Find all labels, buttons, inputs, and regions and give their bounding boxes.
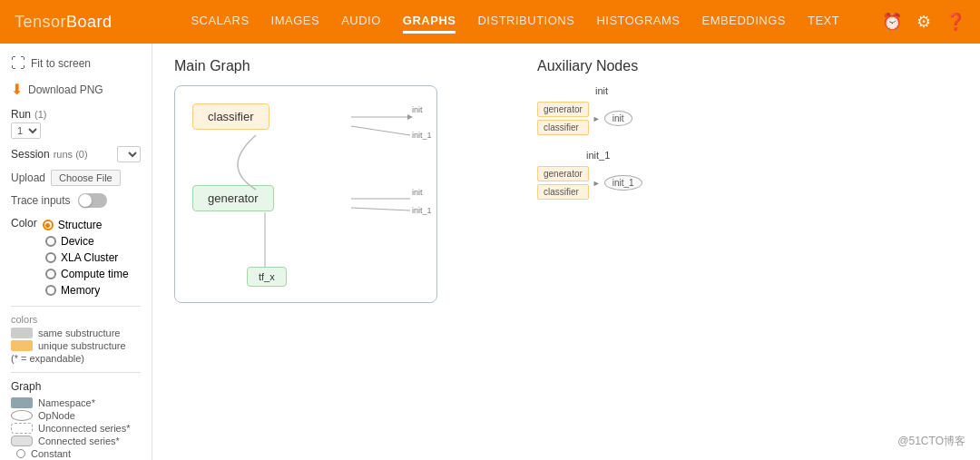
download-icon: ⬇ bbox=[11, 81, 23, 98]
trace-inputs-toggle[interactable] bbox=[78, 193, 107, 208]
nav-histograms[interactable]: HISTOGRAMS bbox=[596, 10, 680, 34]
tf-x-node[interactable]: tf_x bbox=[247, 267, 287, 287]
trace-inputs-label: Trace inputs bbox=[11, 194, 71, 207]
same-color-swatch bbox=[11, 328, 33, 338]
nav-graphs[interactable]: GRAPHS bbox=[403, 10, 456, 34]
session-select[interactable] bbox=[117, 146, 141, 162]
main-graph-container[interactable]: classifier generator tf_x init init_1 bbox=[174, 85, 465, 339]
constant-legend: Constant bbox=[11, 447, 141, 460]
nav-scalars[interactable]: SCALARS bbox=[191, 10, 249, 34]
color-xla-option[interactable]: XLA Cluster bbox=[45, 250, 141, 266]
structure-label: Structure bbox=[58, 219, 103, 231]
download-png-label: Download PNG bbox=[28, 83, 103, 96]
connected-text: Connected series* bbox=[38, 436, 120, 446]
expandable-text: (* = expandable) bbox=[11, 353, 84, 364]
session-row: Session runs (0) bbox=[11, 146, 141, 162]
aux-nodes-title: Auxiliary Nodes bbox=[537, 58, 642, 74]
main-graph-section: Main Graph classifier generator tf_x ini… bbox=[174, 58, 465, 339]
same-substructure-legend: same substructure bbox=[11, 327, 141, 339]
graph-sections: Main Graph classifier generator tf_x ini… bbox=[174, 58, 958, 339]
aux-init-group: init generator classifier ► init bbox=[537, 85, 642, 135]
graph-legend: Graph Namespace* OpNode Unconnected seri… bbox=[11, 380, 141, 460]
nav-embeddings[interactable]: EMBEDDINGS bbox=[702, 10, 786, 34]
xla-radio bbox=[45, 252, 56, 263]
unique-color-swatch bbox=[11, 340, 33, 351]
colors-legend: colors same substructure unique substruc… bbox=[11, 314, 141, 365]
aux-generator-rect-init[interactable]: generator bbox=[537, 102, 589, 117]
aux-init1-label: init_1 bbox=[586, 150, 610, 161]
aux-init-node-row: generator classifier ► init bbox=[537, 102, 642, 135]
color-memory-option[interactable]: Memory bbox=[45, 282, 141, 299]
opnode-text: OpNode bbox=[38, 410, 75, 421]
unconnected-swatch bbox=[11, 423, 33, 434]
sidebar: ⛶ Fit to screen ⬇ Download PNG Run (1) 1… bbox=[0, 44, 152, 460]
same-substructure-text: same substructure bbox=[38, 328, 120, 338]
classifier-node[interactable]: classifier bbox=[192, 103, 270, 130]
aux-left-nodes-init: generator classifier bbox=[537, 102, 589, 135]
color-label: Color bbox=[11, 217, 37, 230]
svg-line-2 bbox=[351, 126, 410, 135]
run-sub: (1) bbox=[34, 109, 46, 120]
color-structure-option[interactable]: Structure bbox=[43, 217, 103, 233]
aux-nodes-section: Auxiliary Nodes init generator classifie… bbox=[537, 58, 642, 339]
unique-substructure-text: unique substructure bbox=[38, 340, 126, 351]
choose-file-button[interactable]: Choose File bbox=[51, 170, 121, 186]
colors-legend-label: colors bbox=[11, 314, 141, 325]
aux-init-label: init bbox=[595, 85, 608, 96]
settings-icon[interactable]: ⚙ bbox=[916, 12, 931, 32]
aux-init-ellipse[interactable]: init bbox=[604, 111, 632, 126]
constant-text: Constant bbox=[31, 448, 71, 459]
color-compute-option[interactable]: Compute time bbox=[45, 266, 141, 282]
compute-radio bbox=[45, 269, 56, 279]
aux-arrow-init: ► bbox=[593, 114, 601, 123]
connected-series-legend: Connected series* bbox=[11, 435, 141, 447]
unconnected-text: Unconnected series* bbox=[38, 423, 131, 434]
run-section: Run (1) 1 bbox=[11, 108, 141, 139]
svg-line-6 bbox=[351, 208, 410, 210]
fit-to-screen-item[interactable]: ⛶ Fit to screen bbox=[11, 53, 141, 74]
topbar-icons: ⏰ ⚙ ❓ bbox=[882, 12, 965, 32]
unconnected-series-legend: Unconnected series* bbox=[11, 422, 141, 435]
fit-to-screen-label: Fit to screen bbox=[31, 57, 91, 70]
aux-classifier-rect-init1[interactable]: classifier bbox=[537, 184, 589, 200]
generator-node[interactable]: generator bbox=[192, 185, 274, 211]
aux-init1-node-row: generator classifier ► init_1 bbox=[537, 166, 642, 200]
color-section: Color Structure Device XLA Cluster Compu… bbox=[11, 217, 141, 299]
run-select[interactable]: 1 bbox=[11, 122, 41, 139]
aux-arrow-init1: ► bbox=[593, 179, 601, 188]
aux-generator-rect-init1[interactable]: generator bbox=[537, 166, 589, 181]
nav-distributions[interactable]: DISTRIBUTIONS bbox=[477, 10, 574, 34]
xla-label: XLA Cluster bbox=[61, 251, 118, 264]
divider-1 bbox=[11, 306, 141, 307]
svg-text:init: init bbox=[412, 188, 423, 197]
run-select-wrapper: 1 bbox=[11, 122, 141, 139]
nav-images[interactable]: IMAGES bbox=[271, 10, 320, 34]
nav-text[interactable]: TEXT bbox=[808, 10, 839, 34]
divider-2 bbox=[11, 372, 141, 373]
aux-classifier-rect-init[interactable]: classifier bbox=[537, 120, 589, 135]
compute-label: Compute time bbox=[61, 268, 129, 280]
upload-label: Upload bbox=[11, 171, 45, 184]
unique-substructure-legend: unique substructure bbox=[11, 339, 141, 352]
help-icon[interactable]: ❓ bbox=[946, 12, 965, 32]
connected-swatch bbox=[11, 436, 33, 446]
nav-items: SCALARS IMAGES AUDIO GRAPHS DISTRIBUTION… bbox=[149, 10, 882, 34]
namespace-swatch bbox=[11, 397, 33, 408]
color-device-option[interactable]: Device bbox=[45, 233, 141, 250]
upload-row: Upload Choose File bbox=[11, 170, 141, 186]
download-png-item[interactable]: ⬇ Download PNG bbox=[11, 78, 141, 101]
opnode-swatch bbox=[11, 410, 33, 421]
opnode-legend: OpNode bbox=[11, 409, 141, 422]
app-logo: TensorBoard bbox=[15, 13, 113, 32]
aux-init-title-row: init bbox=[537, 85, 642, 96]
run-label: Run bbox=[11, 108, 31, 121]
namespace-legend: Namespace* bbox=[11, 396, 141, 409]
nav-audio[interactable]: AUDIO bbox=[341, 10, 381, 34]
layout: ⛶ Fit to screen ⬇ Download PNG Run (1) 1… bbox=[0, 44, 980, 460]
refresh-icon[interactable]: ⏰ bbox=[882, 12, 902, 32]
svg-text:init: init bbox=[412, 105, 423, 114]
device-label: Device bbox=[61, 235, 94, 248]
aux-init1-ellipse[interactable]: init_1 bbox=[604, 175, 642, 191]
svg-text:init_1: init_1 bbox=[412, 206, 432, 215]
trace-row: Trace inputs bbox=[11, 193, 141, 208]
